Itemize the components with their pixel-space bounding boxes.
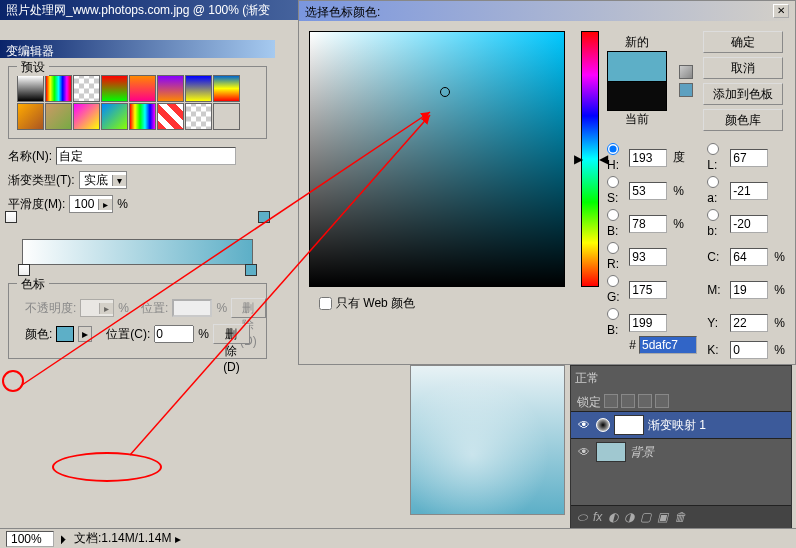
h-input[interactable] (629, 149, 667, 167)
lab-b-radio[interactable] (707, 209, 719, 221)
type-combo[interactable]: 实底▾ (79, 171, 127, 189)
layer-mask-thumb[interactable] (614, 415, 644, 435)
preset-swatch[interactable] (157, 103, 184, 130)
link-icon[interactable]: ⬭ (577, 510, 587, 524)
current-color-preview[interactable] (607, 81, 667, 111)
smooth-label: 平滑度(M): (8, 196, 65, 213)
preset-swatch[interactable] (45, 75, 72, 102)
g-radio[interactable] (607, 275, 619, 287)
mask-icon[interactable]: ◐ (608, 510, 618, 524)
a-input[interactable] (730, 182, 768, 200)
lock-icon[interactable] (621, 394, 635, 408)
preset-swatch[interactable] (213, 103, 240, 130)
adjustment-new-icon[interactable]: ◑ (624, 510, 634, 524)
preset-swatch[interactable] (157, 75, 184, 102)
preset-swatch[interactable] (185, 103, 212, 130)
smooth-combo[interactable]: 100▸ (69, 195, 113, 213)
color-stop-right[interactable] (245, 264, 257, 276)
posc-input[interactable] (154, 325, 194, 343)
r-radio[interactable] (607, 242, 619, 254)
ok-button[interactable]: 确定 (703, 31, 783, 53)
b-radio[interactable] (607, 209, 619, 221)
add-swatch-button[interactable]: 添加到色板 (703, 83, 783, 105)
folder-icon[interactable]: ▢ (640, 510, 651, 524)
color-label: 颜色: (25, 326, 52, 343)
r-input[interactable] (629, 248, 667, 266)
lock-icon[interactable] (655, 394, 669, 408)
trash-icon[interactable]: 🗑 (674, 510, 686, 524)
preset-swatch[interactable] (129, 103, 156, 130)
c-input[interactable] (730, 248, 768, 266)
h-radio[interactable] (607, 143, 619, 155)
l-radio[interactable] (707, 143, 719, 155)
web-only-label: 只有 Web 颜色 (336, 295, 415, 312)
saturation-field[interactable] (309, 31, 565, 287)
cube-icon[interactable] (679, 65, 693, 79)
blue-input[interactable] (629, 314, 667, 332)
chevron-icon[interactable]: ▸ (175, 532, 181, 546)
brightness-input[interactable] (629, 215, 667, 233)
picker-title: 选择色标颜色: (305, 4, 380, 18)
preset-swatch[interactable] (185, 75, 212, 102)
preset-swatch[interactable] (101, 103, 128, 130)
lock-icon[interactable] (638, 394, 652, 408)
preset-swatch[interactable] (73, 103, 100, 130)
picker-title-bar: 选择色标颜色: ✕ (299, 1, 795, 21)
visibility-icon[interactable]: 👁 (576, 418, 592, 432)
preset-swatch[interactable] (213, 75, 240, 102)
doc-size-label: 文档:1.14M/1.14M (74, 530, 171, 547)
l-input[interactable] (730, 149, 768, 167)
opacity-stop-left[interactable] (5, 211, 17, 223)
zoom-input[interactable] (6, 531, 54, 547)
preset-swatch[interactable] (17, 103, 44, 130)
color-libs-button[interactable]: 颜色库 (703, 109, 783, 131)
new-layer-icon[interactable]: ▣ (657, 510, 668, 524)
visibility-icon[interactable]: 👁 (576, 445, 592, 459)
status-bar: ⏵ 文档:1.14M/1.14M ▸ (0, 528, 796, 548)
annotation-ellipse (52, 452, 162, 482)
gradient-name-input[interactable] (56, 147, 236, 165)
layer-thumb[interactable] (596, 442, 626, 462)
close-icon[interactable]: ✕ (773, 4, 789, 18)
blend-mode[interactable]: 正常 (575, 370, 599, 387)
s-radio[interactable] (607, 176, 619, 188)
g-input[interactable] (629, 281, 667, 299)
layer-name[interactable]: 渐变映射 1 (648, 417, 706, 434)
stops-label: 色标 (17, 276, 49, 293)
m-input[interactable] (730, 281, 768, 299)
delete-color-button[interactable]: 删除(D) (213, 324, 250, 344)
preset-swatch[interactable] (129, 75, 156, 102)
k-input[interactable] (730, 341, 768, 359)
web-only-checkbox[interactable] (319, 297, 332, 310)
color-well[interactable] (56, 326, 74, 342)
cancel-button[interactable]: 取消 (703, 57, 783, 79)
layer-name[interactable]: 背景 (630, 444, 654, 461)
preset-swatch[interactable] (45, 103, 72, 130)
new-color-preview (607, 51, 667, 81)
saturation-cursor[interactable] (440, 87, 450, 97)
s-input[interactable] (629, 182, 667, 200)
new-label: 新的 (607, 34, 667, 51)
preset-swatch[interactable] (73, 75, 100, 102)
hex-input[interactable] (639, 336, 697, 354)
chevron-icon[interactable]: ⏵ (58, 532, 70, 546)
fx-icon[interactable]: fx (593, 510, 602, 524)
preset-swatch[interactable] (17, 75, 44, 102)
type-label: 渐变类型(T): (8, 172, 75, 189)
lab-b-input[interactable] (730, 215, 768, 233)
gradient-preview-bar[interactable] (22, 239, 253, 265)
color-stop-left[interactable] (18, 264, 30, 276)
layer-row[interactable]: 👁 背景 (571, 438, 791, 465)
color-well-arrow[interactable]: ▸ (78, 326, 92, 342)
a-radio[interactable] (707, 176, 719, 188)
y-input[interactable] (730, 314, 768, 332)
hue-slider[interactable]: ▶◀ (581, 31, 599, 287)
lock-icon[interactable] (604, 394, 618, 408)
blue-radio[interactable] (607, 308, 619, 320)
websafe-icon[interactable] (679, 83, 693, 97)
preset-swatch[interactable] (101, 75, 128, 102)
opacity-stop-right[interactable] (258, 211, 270, 223)
layer-row[interactable]: 👁 渐变映射 1 (571, 411, 791, 438)
stops-fieldset: 色标 不透明度: ▸ % 位置: % 删除(D) 颜色: ▸ 位置(C): % … (8, 283, 267, 359)
gradient-editor-panel: 变编辑器 预设 名称(N): 渐变类型(T): 实底▾ 平滑度(M): 100▸… (0, 40, 275, 367)
